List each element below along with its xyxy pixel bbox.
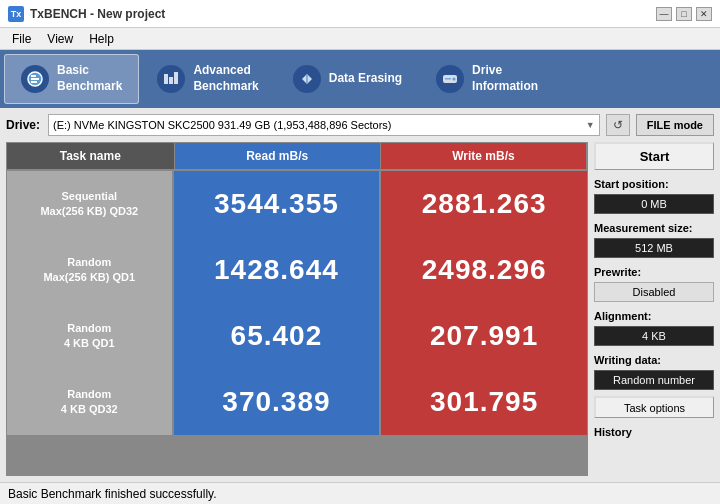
row-read-1: 1428.644: [174, 237, 380, 303]
app-icon: Tx: [8, 6, 24, 22]
header-task: Task name: [7, 143, 175, 169]
drive-information-label: DriveInformation: [472, 63, 538, 94]
main-area: Drive: (E:) NVMe KINGSTON SKC2500 931.49…: [0, 108, 720, 482]
status-text: Basic Benchmark finished successfully.: [8, 487, 217, 501]
drive-select-text: (E:) NVMe KINGSTON SKC2500 931.49 GB (1,…: [53, 119, 392, 131]
row-label-1: Random Max(256 KB) QD1: [7, 237, 172, 303]
table-row: Random 4 KB QD1 65.402 207.991: [7, 303, 587, 369]
svg-rect-10: [445, 78, 451, 80]
close-button[interactable]: ✕: [696, 7, 712, 21]
toolbar-drive-information[interactable]: DriveInformation: [420, 54, 554, 104]
row-label-0: Sequential Max(256 KB) QD32: [7, 171, 172, 237]
history-label: History: [594, 426, 714, 438]
benchmark-rows: Sequential Max(256 KB) QD32 3544.355 288…: [7, 171, 587, 435]
menu-file[interactable]: File: [4, 30, 39, 48]
prewrite-value: Disabled: [594, 282, 714, 302]
svg-rect-4: [164, 74, 168, 84]
drive-label: Drive:: [6, 118, 42, 132]
table-row: Sequential Max(256 KB) QD32 3544.355 288…: [7, 171, 587, 237]
row-label-3: Random 4 KB QD32: [7, 369, 172, 435]
prewrite-label: Prewrite:: [594, 266, 714, 278]
basic-benchmark-label: BasicBenchmark: [57, 63, 122, 94]
file-mode-button[interactable]: FILE mode: [636, 114, 714, 136]
table-header: Task name Read mB/s Write mB/s: [7, 143, 587, 169]
data-erasing-label: Data Erasing: [329, 71, 402, 87]
svg-rect-1: [31, 78, 39, 80]
row-write-3: 301.795: [381, 369, 587, 435]
drive-refresh-button[interactable]: ↺: [606, 114, 630, 136]
advanced-benchmark-label: AdvancedBenchmark: [193, 63, 258, 94]
row-label-2: Random 4 KB QD1: [7, 303, 172, 369]
svg-rect-2: [31, 75, 36, 77]
table-row: Random Max(256 KB) QD1 1428.644 2498.296: [7, 237, 587, 303]
svg-rect-5: [169, 77, 173, 84]
header-read: Read mB/s: [175, 143, 381, 169]
row-read-3: 370.389: [174, 369, 380, 435]
window-controls: — □ ✕: [656, 7, 712, 21]
svg-rect-6: [174, 72, 178, 84]
toolbar-basic-benchmark[interactable]: BasicBenchmark: [4, 54, 139, 104]
table-row: Random 4 KB QD32 370.389 301.795: [7, 369, 587, 435]
drive-row: Drive: (E:) NVMe KINGSTON SKC2500 931.49…: [6, 114, 714, 136]
data-erasing-icon: [293, 65, 321, 93]
writing-data-label: Writing data:: [594, 354, 714, 366]
status-bar: Basic Benchmark finished successfully.: [0, 482, 720, 504]
dropdown-arrow-icon: ▼: [586, 120, 595, 130]
basic-benchmark-icon: [21, 65, 49, 93]
right-panel: Start Start position: 0 MB Measurement s…: [594, 142, 714, 476]
alignment-label: Alignment:: [594, 310, 714, 322]
content-area: Task name Read mB/s Write mB/s Sequentia…: [6, 142, 714, 476]
app-title: TxBENCH - New project: [30, 7, 165, 21]
start-button[interactable]: Start: [594, 142, 714, 170]
row-read-0: 3544.355: [174, 171, 380, 237]
toolbar: BasicBenchmark AdvancedBenchmark Data Er…: [0, 50, 720, 108]
writing-data-value: Random number: [594, 370, 714, 390]
menu-view[interactable]: View: [39, 30, 81, 48]
measurement-size-value: 512 MB: [594, 238, 714, 258]
toolbar-advanced-benchmark[interactable]: AdvancedBenchmark: [141, 54, 274, 104]
row-write-0: 2881.263: [381, 171, 587, 237]
minimize-button[interactable]: —: [656, 7, 672, 21]
alignment-value: 4 KB: [594, 326, 714, 346]
menu-help[interactable]: Help: [81, 30, 122, 48]
header-write: Write mB/s: [381, 143, 587, 169]
start-position-label: Start position:: [594, 178, 714, 190]
title-bar: Tx TxBENCH - New project — □ ✕: [0, 0, 720, 28]
title-bar-left: Tx TxBENCH - New project: [8, 6, 165, 22]
svg-point-9: [453, 78, 456, 81]
toolbar-data-erasing[interactable]: Data Erasing: [277, 54, 418, 104]
task-options-button[interactable]: Task options: [594, 396, 714, 418]
svg-rect-3: [31, 81, 37, 83]
row-read-2: 65.402: [174, 303, 380, 369]
benchmark-table: Task name Read mB/s Write mB/s Sequentia…: [6, 142, 588, 476]
drive-select-dropdown[interactable]: (E:) NVMe KINGSTON SKC2500 931.49 GB (1,…: [48, 114, 600, 136]
advanced-benchmark-icon: [157, 65, 185, 93]
start-position-value: 0 MB: [594, 194, 714, 214]
drive-information-icon: [436, 65, 464, 93]
measurement-size-label: Measurement size:: [594, 222, 714, 234]
maximize-button[interactable]: □: [676, 7, 692, 21]
row-write-2: 207.991: [381, 303, 587, 369]
row-write-1: 2498.296: [381, 237, 587, 303]
menu-bar: File View Help: [0, 28, 720, 50]
